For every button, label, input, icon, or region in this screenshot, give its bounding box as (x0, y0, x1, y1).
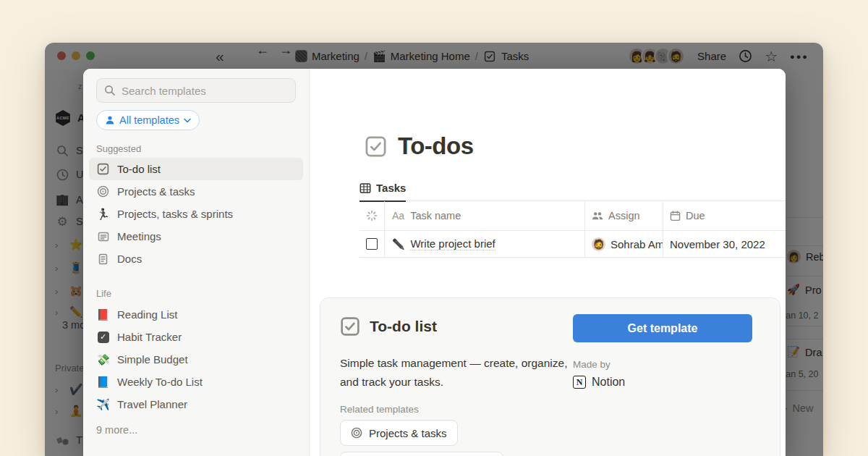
template-info-card: To-do list Get template Simple task mana… (320, 297, 780, 456)
target-icon (351, 427, 362, 439)
template-item-label: Projects, tasks & sprints (117, 208, 233, 220)
template-item-label: Habit Tracker (117, 331, 182, 343)
checkbox-icon (96, 163, 110, 175)
made-by-label: Made by (573, 359, 610, 370)
search-icon (104, 85, 116, 96)
template-item-habit-tracker[interactable]: ✓ Habit Tracker (89, 326, 303, 348)
template-item-meetings[interactable]: Meetings (89, 225, 303, 248)
meeting-notes-icon (96, 231, 110, 242)
made-by-author[interactable]: N Notion (573, 376, 625, 389)
tab-tasks[interactable]: Tasks (359, 182, 406, 202)
template-item-label: Simple Budget (117, 353, 188, 366)
assignee-name: Sohrab Amin (610, 238, 663, 250)
notion-logo-icon: N (573, 376, 586, 389)
template-item-label: To-do list (117, 163, 161, 175)
template-preview-panel: To-dos Tasks (310, 69, 786, 456)
template-item-label: Weekly To-do List (117, 376, 203, 388)
calendar-icon (670, 211, 681, 221)
due-date-cell[interactable]: November 30, 2022 (663, 231, 786, 257)
task-name-cell[interactable]: ✏️ Write project brief (385, 231, 585, 257)
checkbox-icon (340, 316, 360, 337)
template-item-label: Reading List (117, 308, 177, 321)
assignee-cell[interactable]: 🧔 Sohrab Amin (585, 231, 663, 257)
template-item-travel-planner[interactable]: ✈️ Travel Planner (89, 393, 303, 415)
template-gallery-modal: Search templates All templates Suggested… (83, 69, 786, 456)
text-property-icon: Aa (392, 210, 404, 221)
pen-icon: ✏️ (392, 238, 404, 250)
dark-check-square-icon: ✓ (96, 332, 110, 343)
row-checkbox[interactable] (366, 238, 378, 250)
show-more-templates[interactable]: 9 more... (96, 424, 296, 436)
notion-window: « ← → Marketing / 🎬 Marketing Home / Tas… (45, 43, 823, 456)
related-template-label: Projects & tasks (369, 427, 447, 439)
filter-label: All templates (119, 114, 179, 126)
author-name: Notion (592, 376, 625, 389)
header-checkbox-column[interactable] (359, 201, 385, 230)
tab-label: Tasks (376, 182, 406, 194)
template-list-panel: Search templates All templates Suggested… (83, 69, 310, 456)
tasks-table: Aa Task name Assign Due (359, 201, 786, 258)
airplane-icon: ✈️ (96, 398, 110, 411)
template-item-weekly-todo[interactable]: 📘 Weekly To-do List (89, 371, 303, 393)
template-item-todo-list[interactable]: To-do list (89, 158, 303, 180)
related-template-projects-tasks[interactable]: Projects & tasks (340, 420, 458, 446)
chevron-down-icon (184, 118, 191, 123)
template-item-label: Travel Planner (117, 398, 187, 410)
header-task-name[interactable]: Aa Task name (385, 201, 585, 230)
filter-all-templates-dropdown[interactable]: All templates (96, 110, 200, 130)
template-item-projects-tasks-sprints[interactable]: 🏃 Projects, tasks & sprints (89, 203, 303, 225)
task-title: Write project brief (410, 237, 495, 250)
money-icon: 💸 (96, 353, 110, 366)
section-header-suggested: Suggested (96, 143, 296, 154)
related-template-pill-hidden[interactable] (340, 452, 503, 456)
template-item-projects-tasks[interactable]: Projects & tasks (89, 180, 303, 203)
template-item-reading-list[interactable]: 📕 Reading List (89, 303, 303, 326)
template-item-label: Projects & tasks (117, 185, 195, 198)
related-templates-label: Related templates (340, 404, 419, 415)
checkbox-icon (365, 135, 387, 158)
document-icon (96, 253, 110, 265)
people-icon (592, 211, 603, 221)
section-header-life: Life (96, 288, 296, 299)
preview-page-title: To-dos (365, 132, 474, 160)
table-header-row: Aa Task name Assign Due (359, 201, 786, 231)
column-label: Task name (410, 210, 461, 221)
get-template-button[interactable]: Get template (573, 314, 752, 342)
column-label: Due (686, 210, 705, 221)
search-placeholder: Search templates (122, 85, 206, 97)
template-item-label: Docs (117, 253, 142, 265)
person-icon (105, 115, 115, 125)
column-label: Assign (608, 210, 640, 221)
page-title: To-dos (398, 132, 474, 160)
target-icon (96, 185, 110, 198)
view-tab-bar: Tasks (359, 182, 786, 201)
template-description: Simple task management — create, organiz… (340, 354, 568, 392)
template-item-simple-budget[interactable]: 💸 Simple Budget (89, 348, 303, 371)
template-card-title: To-do list (370, 318, 437, 335)
table-row[interactable]: ✏️ Write project brief 🧔 Sohrab Amin Nov… (359, 231, 786, 258)
spinner-icon (366, 210, 378, 221)
due-date: November 30, 2022 (670, 238, 765, 250)
runner-icon: 🏃 (96, 208, 110, 221)
table-view-icon (359, 182, 371, 194)
assignee-avatar: 🧔 (592, 237, 605, 251)
template-item-docs[interactable]: Docs (89, 248, 303, 270)
header-assign[interactable]: Assign (585, 201, 663, 230)
red-book-icon: 📕 (96, 308, 110, 321)
blue-book-icon: 📘 (96, 376, 110, 389)
search-input[interactable]: Search templates (96, 78, 296, 103)
template-item-label: Meetings (117, 230, 161, 242)
header-due[interactable]: Due (663, 201, 786, 230)
